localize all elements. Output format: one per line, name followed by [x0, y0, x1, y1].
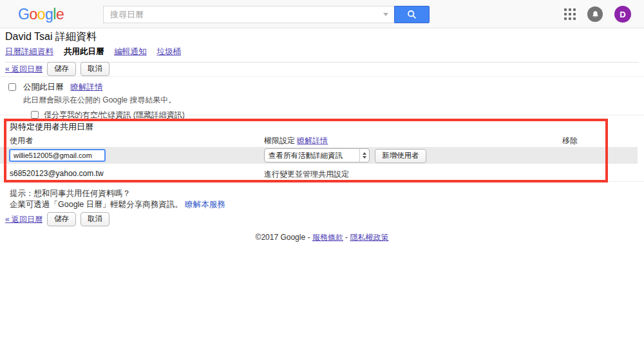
save-button-bottom[interactable]: 儲存 — [47, 212, 76, 226]
tab-trash[interactable]: 垃圾桶 — [157, 46, 182, 57]
tab-edit-notifications[interactable]: 編輯通知 — [115, 46, 147, 57]
public-calendar-checkbox[interactable] — [8, 83, 16, 91]
share-with-people-section: 與特定使用者共用日曆 使用者 權限設定 瞭解詳情 移除 查看所有活動詳細資訊 新… — [0, 115, 644, 182]
logo-letter: g — [45, 6, 53, 23]
add-user-button[interactable]: 新增使用者 — [375, 149, 426, 163]
new-user-email-input[interactable] — [9, 149, 106, 162]
logo-letter: G — [18, 6, 29, 23]
terms-link[interactable]: 服務條款 — [312, 233, 343, 242]
notifications-button[interactable] — [587, 6, 603, 22]
public-calendar-description: 此日曆會顯示在公開的 Google 搜尋結果中。 — [23, 95, 185, 106]
select-stepper-icon — [359, 149, 369, 162]
page-footer: ©2017 Google - 服務條款 - 隱私權政策 — [0, 232, 644, 243]
public-learn-more-link[interactable]: 瞭解詳情 — [71, 82, 103, 93]
cancel-button[interactable]: 取消 — [80, 62, 109, 76]
bell-icon — [591, 10, 600, 19]
page-title: David Tsai 詳細資料 — [5, 30, 97, 44]
tab-bar: 日曆詳細資料 共用此日曆 編輯通知 垃圾桶 — [5, 46, 639, 63]
shared-user-permission: 進行變更並管理共用設定 — [264, 169, 349, 180]
shared-user-email: s68520123@yahoo.com.tw — [10, 169, 104, 178]
column-header-permission: 權限設定 瞭解詳情 — [264, 135, 328, 146]
tips-line2: 企業可透過「Google 日曆」輕鬆分享商務資訊。 — [10, 200, 183, 209]
copyright-text: ©2017 Google - — [256, 233, 312, 242]
permission-select[interactable]: 查看所有活動詳細資訊 — [264, 148, 370, 162]
share-section-title: 與特定使用者共用日曆 — [10, 121, 93, 133]
search-button[interactable] — [394, 6, 430, 23]
privacy-link[interactable]: 隱私權政策 — [350, 233, 388, 242]
header-icon-group: D — [564, 5, 631, 23]
column-header-user: 使用者 — [10, 135, 33, 146]
top-header-bar: Google D — [0, 0, 644, 28]
bottom-action-bar: « 返回日曆 儲存 取消 — [5, 212, 109, 226]
google-logo[interactable]: Google — [18, 6, 64, 23]
tips-block: 提示：想和同事共用任何資料嗎？ 企業可透過「Google 日曆」輕鬆分享商務資訊… — [10, 188, 225, 210]
shared-user-row: s68520123@yahoo.com.tw 進行變更並管理共用設定 — [0, 164, 638, 182]
back-to-calendar-link[interactable]: « 返回日曆 — [5, 64, 43, 75]
column-header-remove: 移除 — [562, 135, 578, 146]
search-input[interactable] — [103, 6, 394, 23]
permission-header-label: 權限設定 — [264, 136, 295, 145]
add-user-row: 查看所有活動詳細資訊 新增使用者 — [0, 147, 638, 164]
permission-select-value: 查看所有活動詳細資訊 — [265, 151, 359, 161]
footer-separator: - — [343, 233, 350, 242]
tips-line1: 提示：想和同事共用任何資料嗎？ — [10, 188, 225, 199]
learn-about-service-link[interactable]: 瞭解本服務 — [185, 200, 225, 209]
section-divider — [0, 76, 644, 77]
back-to-calendar-link-bottom[interactable]: « 返回日曆 — [5, 214, 43, 225]
tab-calendar-details[interactable]: 日曆詳細資料 — [5, 46, 53, 57]
public-calendar-label: 公開此日曆 — [23, 82, 64, 93]
save-button[interactable]: 儲存 — [47, 62, 76, 76]
avatar[interactable]: D — [614, 6, 631, 23]
top-action-bar: « 返回日曆 儲存 取消 — [5, 62, 109, 76]
logo-letter: o — [37, 6, 45, 23]
apps-grid-icon[interactable] — [564, 8, 576, 20]
permission-learn-more-link[interactable]: 瞭解詳情 — [297, 136, 328, 145]
search-bar — [103, 6, 430, 23]
logo-letter: e — [56, 6, 64, 23]
cancel-button-bottom[interactable]: 取消 — [80, 212, 109, 226]
tab-share-this-calendar[interactable]: 共用此日曆 — [64, 46, 104, 57]
magnifier-icon — [407, 10, 417, 19]
logo-letter: o — [29, 6, 37, 23]
